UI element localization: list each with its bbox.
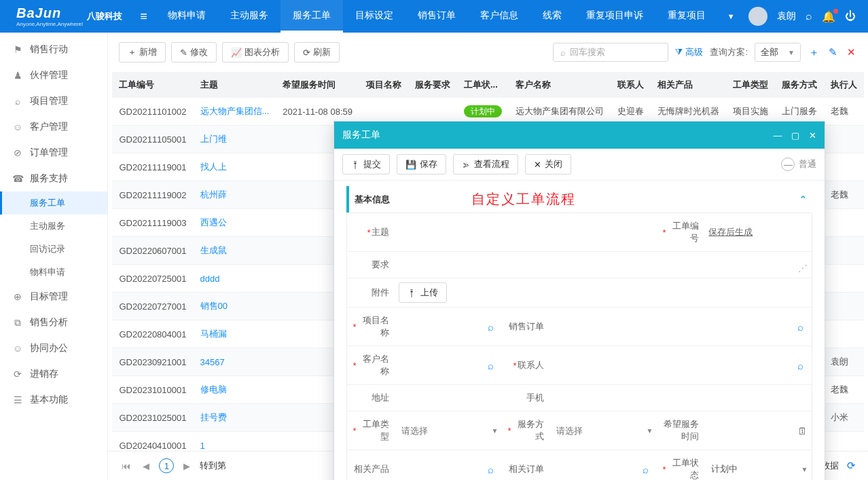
chevron-down-icon[interactable]: ▼ (647, 427, 653, 435)
nav-item[interactable]: 主动服务 (218, 0, 281, 33)
mode-label[interactable]: 普通 (799, 158, 816, 170)
lookup-icon[interactable]: ⌕ (484, 321, 498, 333)
nav-item[interactable]: 销售订单 (405, 0, 468, 33)
refresh-button[interactable]: ⟳ 刷新 (294, 42, 340, 62)
column-header[interactable]: 项目名称 (359, 72, 408, 98)
cell: 找人上 (194, 153, 276, 181)
column-header[interactable]: 工单类型 (726, 72, 775, 98)
salesorder-input[interactable] (554, 319, 793, 335)
sidebar-item[interactable]: ⧉销售分析 (0, 310, 107, 335)
sidebar-subitem[interactable]: 回访记录 (0, 238, 107, 261)
column-header[interactable]: 服务方式 (775, 72, 824, 98)
lookup-icon[interactable]: ⌕ (484, 360, 498, 371)
cell: 老魏 (824, 376, 864, 404)
advanced-filter[interactable]: ⧩高级 (675, 46, 703, 58)
lookup-icon[interactable]: ⌕ (793, 360, 808, 371)
section-header[interactable]: 基本信息 自定义工单流程 ⌃ (346, 186, 812, 213)
sidebar-item[interactable]: ♟伙伴管理 (0, 62, 107, 88)
username[interactable]: 袁朗 (777, 10, 796, 22)
sidebar-item[interactable]: ⚑销售行动 (0, 37, 107, 62)
pager-current[interactable]: 1 (159, 458, 174, 473)
nav-more-icon[interactable]: ▼ (718, 12, 744, 20)
lookup-icon[interactable]: ⌕ (638, 464, 653, 475)
save-button[interactable]: 💾保存 (397, 154, 446, 174)
edit-button[interactable]: ✎ 修改 (171, 42, 217, 62)
status-select[interactable] (708, 462, 801, 477)
sidebar-item[interactable]: ☺协同办公 (0, 335, 107, 361)
menu-toggle-icon[interactable]: ≡ (132, 10, 156, 24)
sidebar-item[interactable]: ⊕目标管理 (0, 284, 107, 310)
modal-header[interactable]: 服务工单 — ▢ ✕ (334, 122, 825, 149)
sidebar-item[interactable]: ⌕项目管理 (0, 88, 107, 114)
upload-button[interactable]: ⭱上传 (399, 282, 447, 303)
minimize-icon[interactable]: — (773, 130, 782, 141)
resize-icon[interactable]: ⋰ (798, 263, 808, 274)
topic-input[interactable] (399, 225, 653, 240)
sidebar-item[interactable]: ⊘订单管理 (0, 140, 107, 166)
sidebar-subitem[interactable]: 服务工单 (0, 191, 107, 215)
chevron-down-icon[interactable]: ▼ (801, 466, 808, 473)
pager-refresh-icon[interactable]: ⟳ (846, 460, 857, 472)
scheme-select[interactable]: 全部▼ (755, 43, 801, 62)
lookup-icon[interactable]: ⌕ (793, 321, 808, 333)
lookup-icon[interactable]: ⌕ (484, 464, 498, 475)
view-flow-button[interactable]: ⪢查看流程 (453, 154, 518, 174)
requirement-input[interactable] (399, 257, 798, 273)
collapse-icon[interactable]: ⌃ (799, 194, 807, 204)
scheme-edit-icon[interactable]: ✎ (827, 46, 839, 58)
scheme-label: 查询方案: (710, 46, 748, 58)
column-header[interactable]: 客户名称 (509, 72, 611, 98)
column-header[interactable]: 执行人 (824, 72, 864, 98)
nav-item[interactable]: 目标设定 (343, 0, 405, 33)
pager-next-icon[interactable]: ▶ (181, 461, 193, 471)
maximize-icon[interactable]: ▢ (791, 130, 799, 141)
bell-icon[interactable]: 🔔 (822, 10, 835, 23)
column-header[interactable]: 主题 (194, 72, 276, 98)
avatar[interactable] (748, 7, 767, 26)
svcmode-select[interactable] (554, 423, 646, 439)
mode-icon[interactable]: — (781, 158, 795, 171)
chevron-down-icon[interactable]: ▼ (492, 427, 499, 435)
close-icon[interactable]: ✕ (809, 130, 816, 141)
pager-first-icon[interactable]: ⏮ (119, 461, 133, 471)
nav-item[interactable]: 重复项目 (655, 0, 718, 33)
sidebar-item[interactable]: ☰基本功能 (0, 387, 107, 413)
sidebar: ⚑销售行动♟伙伴管理⌕项目管理☺客户管理⊘订单管理☎服务支持服务工单主动服务回访… (0, 33, 108, 480)
product-input[interactable] (399, 462, 484, 477)
wish-date-input[interactable] (708, 423, 797, 439)
submit-button[interactable]: ⭱提交 (342, 154, 390, 174)
chart-button[interactable]: 📈 图表分析 (222, 42, 289, 62)
nav-item[interactable]: 客户信息 (468, 0, 530, 33)
scheme-add-icon[interactable]: ＋ (808, 46, 820, 59)
add-button[interactable]: ＋ 新增 (119, 42, 166, 62)
search-input[interactable]: ⌕ 回车搜索 (553, 43, 668, 62)
column-header[interactable]: 工单编号 (112, 72, 193, 98)
column-header[interactable]: 联系人 (611, 72, 651, 98)
contact-input[interactable] (554, 358, 793, 373)
project-input[interactable] (399, 319, 484, 335)
sidebar-subitem[interactable]: 主动服务 (0, 215, 107, 238)
column-header[interactable]: 相关产品 (651, 72, 726, 98)
scheme-delete-icon[interactable]: ✕ (846, 46, 857, 58)
nav-item[interactable]: 重复项目申诉 (574, 0, 655, 33)
wtype-select[interactable] (399, 423, 491, 439)
nav-item[interactable]: 服务工单 (281, 0, 343, 33)
calendar-icon[interactable]: 🗓 (797, 425, 808, 437)
column-header[interactable]: 工单状... (457, 72, 509, 98)
close-button[interactable]: ✕关闭 (525, 154, 571, 174)
power-icon[interactable]: ⏻ (845, 10, 856, 22)
column-header[interactable]: 服务要求 (408, 72, 457, 98)
search-icon[interactable]: ⌕ (806, 10, 812, 22)
phone-input[interactable] (554, 390, 808, 406)
pager-prev-icon[interactable]: ◀ (140, 461, 152, 471)
nav-item[interactable]: 线索 (530, 0, 574, 33)
column-header[interactable]: 希望服务时间 (276, 72, 359, 98)
relorder-input[interactable] (554, 462, 638, 477)
customer-input[interactable] (399, 358, 484, 373)
nav-item[interactable]: 物料申请 (156, 0, 218, 33)
sidebar-item[interactable]: ⟳进销存 (0, 361, 107, 387)
sidebar-subitem[interactable]: 物料申请 (0, 261, 107, 284)
address-input[interactable] (399, 390, 498, 406)
sidebar-item[interactable]: ☺客户管理 (0, 114, 107, 140)
sidebar-item[interactable]: ☎服务支持 (0, 166, 107, 191)
